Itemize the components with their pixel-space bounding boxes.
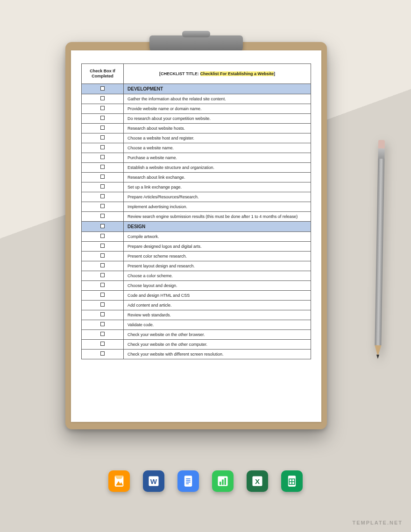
checklist-item: Validate code. [124, 320, 311, 329]
checklist-item: Gather the information about the related… [124, 94, 311, 104]
section-checkbox-cell [82, 221, 124, 231]
table-row: Present layout design and research. [82, 261, 311, 271]
pages-icon[interactable] [108, 470, 130, 492]
checklist-item: Choose a website host and register. [124, 133, 311, 143]
checklist-item: Research about link exchange. [124, 172, 311, 182]
checkbox-icon[interactable] [100, 263, 105, 267]
table-row: Choose a website name. [82, 143, 311, 153]
checkbox-cell [82, 300, 124, 310]
table-row: Code and design HTML and CSS [82, 290, 311, 300]
checkbox-icon[interactable] [100, 312, 105, 316]
checklist-item: Compile artwork. [124, 231, 311, 241]
checklist-item: Check your website with different screen… [124, 349, 311, 359]
table-row: Prepare Articles/Resources/Research. [82, 192, 311, 202]
checkbox-cell [82, 290, 124, 300]
checkbox-cell [82, 104, 124, 113]
checklist-item: Check your website on the other browser. [124, 329, 311, 339]
svg-rect-5 [186, 480, 190, 481]
checkbox-icon[interactable] [100, 145, 105, 149]
checkbox-icon[interactable] [100, 165, 105, 169]
checklist-item: Do research about your competition websi… [124, 113, 311, 123]
checkbox-cell [82, 320, 124, 329]
table-row: Research about link exchange. [82, 172, 311, 182]
checklist-item: Code and design HTML and CSS [124, 290, 311, 300]
checklist-item: Choose layout and design. [124, 280, 311, 290]
checkbox-icon[interactable] [100, 184, 105, 189]
checkbox-icon[interactable] [100, 234, 105, 238]
checkbox-icon[interactable] [100, 96, 105, 100]
table-row: Research about website hosts. [82, 123, 311, 133]
checkbox-icon[interactable] [100, 322, 105, 326]
checkbox-icon[interactable] [100, 342, 105, 346]
section-checkbox-cell [82, 84, 124, 94]
checkbox-cell [82, 251, 124, 261]
clipboard-clip [149, 35, 243, 52]
numbers-icon[interactable] [212, 470, 234, 492]
section-header-row: DEVELOPMENT [82, 84, 311, 94]
checkbox-icon[interactable] [100, 214, 105, 218]
svg-rect-3 [184, 476, 192, 486]
svg-rect-4 [186, 478, 190, 479]
checkbox-icon[interactable] [100, 175, 105, 179]
checkbox-cell [82, 172, 124, 182]
checklist-item: Present layout design and research. [124, 261, 311, 271]
checkbox-cell [82, 211, 124, 221]
checkbox-icon[interactable] [100, 224, 105, 228]
checkbox-cell [82, 280, 124, 290]
checklist-item: Establish a website structure and organi… [124, 162, 311, 172]
document-page: Check Box If Completed [CHECKLIST TITLE:… [71, 50, 321, 422]
checkbox-icon[interactable] [100, 283, 105, 287]
table-row: Implement advertising inclusion. [82, 202, 311, 211]
checkbox-icon[interactable] [100, 244, 105, 248]
table-row: Provide website name or domain name. [82, 104, 311, 113]
checkbox-icon[interactable] [100, 86, 105, 91]
table-header-row: Check Box If Completed [CHECKLIST TITLE:… [82, 64, 311, 84]
svg-rect-11 [225, 478, 227, 485]
table-row: Check your website on the other browser. [82, 329, 311, 339]
checkbox-icon[interactable] [100, 135, 105, 140]
checkbox-icon[interactable] [100, 116, 105, 120]
gsheets-icon[interactable] [281, 470, 303, 492]
checkbox-icon[interactable] [100, 204, 105, 208]
checkbox-cell [82, 162, 124, 172]
checkbox-icon[interactable] [100, 293, 105, 297]
checkbox-icon[interactable] [100, 332, 105, 336]
word-icon[interactable]: W [143, 470, 164, 492]
checkbox-cell [82, 310, 124, 320]
checklist-item: Choose a website name. [124, 143, 311, 153]
checkbox-icon[interactable] [100, 253, 105, 258]
checklist-item: Choose a color scheme. [124, 271, 311, 280]
checkbox-icon[interactable] [100, 273, 105, 277]
checklist-item: Purchase a website name. [124, 153, 311, 162]
checklist-item: Prepare Articles/Resources/Research. [124, 192, 311, 202]
excel-icon[interactable]: X [247, 470, 268, 492]
table-row: Validate code. [82, 320, 311, 329]
template-preview: Check Box If Completed [CHECKLIST TITLE:… [0, 0, 411, 532]
checkbox-icon[interactable] [100, 155, 105, 159]
checkbox-icon[interactable] [100, 194, 105, 198]
gdocs-icon[interactable] [177, 470, 199, 492]
checkbox-icon[interactable] [100, 126, 105, 130]
checkbox-icon[interactable] [100, 106, 105, 110]
table-row: Prepare designed logos and digital arts. [82, 241, 311, 251]
watermark: TEMPLATE.NET [352, 520, 403, 525]
checklist-item: Research about website hosts. [124, 123, 311, 133]
title-highlight: Checklist For Establishing a Website [200, 71, 274, 76]
format-icons-row: WX [108, 470, 303, 492]
checkbox-cell [82, 261, 124, 271]
section-label: DEVELOPMENT [124, 84, 311, 94]
checkbox-cell [82, 113, 124, 123]
section-header-row: DESIGN [82, 221, 311, 231]
checkbox-icon[interactable] [100, 351, 105, 356]
checkbox-cell [82, 94, 124, 104]
table-row: Review search engine submission results … [82, 211, 311, 221]
checkbox-icon[interactable] [100, 302, 105, 307]
checklist-item: Set up a link exchange page. [124, 182, 311, 192]
checkbox-cell [82, 182, 124, 192]
checkbox-cell [82, 192, 124, 202]
svg-rect-9 [220, 482, 221, 485]
checklist-item: Prepare designed logos and digital arts. [124, 241, 311, 251]
checklist-table: Check Box If Completed [CHECKLIST TITLE:… [81, 63, 311, 359]
table-row: Add content and article. [82, 300, 311, 310]
table-row: Gather the information about the related… [82, 94, 311, 104]
